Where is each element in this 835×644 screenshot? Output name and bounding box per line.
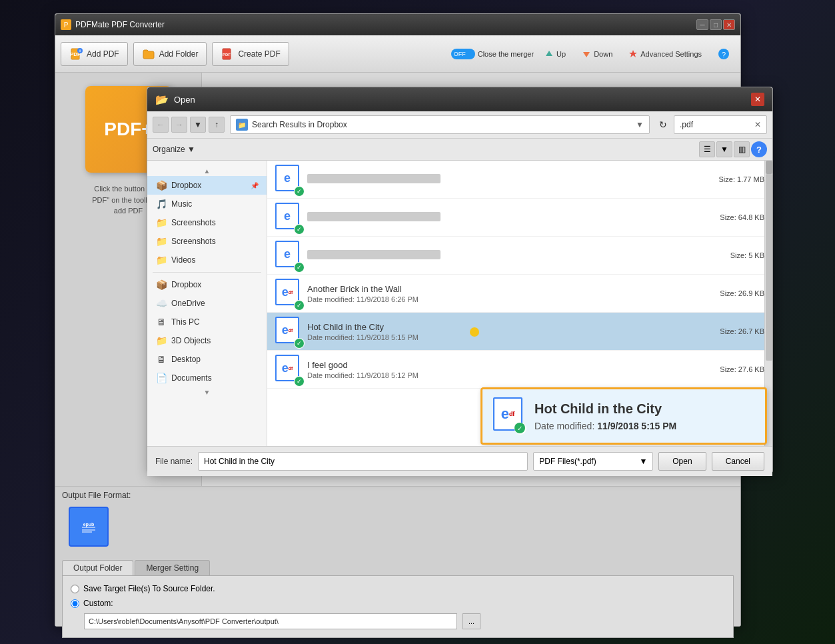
file-item-4[interactable]: edf ✓ Another Brick in the Wall Date mod…	[267, 275, 772, 313]
file-item-5[interactable]: edf ✓ Hot Child in the City Date modifie…	[267, 313, 772, 351]
sidebar-item-dropbox-quick[interactable]: 📦 Dropbox 📌	[147, 176, 267, 195]
tooltip-filename: Hot Child in the City	[534, 401, 754, 417]
close-merger-label: Close the merger	[478, 50, 534, 58]
sidebar-label-3dobjects: 3D Objects	[171, 336, 211, 345]
output-path-input[interactable]	[84, 613, 457, 629]
sidebar-item-documents[interactable]: 📄 Documents	[147, 369, 267, 387]
nav-up-button[interactable]: ↑	[209, 117, 225, 133]
this-pc-icon: 🖥	[155, 316, 167, 328]
format-epub[interactable]: epub	[69, 507, 109, 547]
save-to-source-label: Save Target File(s) To Source Folder.	[83, 584, 215, 593]
maximize-button[interactable]: □	[710, 19, 722, 30]
add-folder-button[interactable]: Add Folder	[133, 42, 207, 66]
nav-forward-button[interactable]: →	[171, 117, 187, 133]
tab-merger-setting[interactable]: Merger Setting	[135, 560, 210, 575]
sidebar-label-dropbox-quick: Dropbox	[171, 181, 201, 190]
organize-bar: Organize ▼ ☰ ▼ ▥ ?	[147, 139, 772, 161]
view-details-button[interactable]: ☰	[699, 141, 715, 157]
down-button[interactable]: Down	[576, 47, 618, 61]
up-button[interactable]: Up	[539, 47, 571, 61]
svg-text:+: +	[79, 49, 81, 53]
sidebar-label-documents: Documents	[171, 373, 212, 383]
create-pdf-button[interactable]: PDF Create PDF	[212, 42, 289, 66]
file-item-1[interactable]: e ✓ Size: 1.77 MB	[267, 161, 772, 199]
close-merger-toggle[interactable]: OFF Close the merger	[451, 49, 534, 59]
tooltip-date-value: 11/9/2018 5:15 PM	[597, 421, 676, 431]
path-bar[interactable]: 📁 Search Results in Dropbox ▼	[230, 115, 650, 134]
nav-dropdown-button[interactable]: ▼	[190, 117, 206, 133]
add-pdf-button[interactable]: PDF + Add PDF	[61, 42, 128, 66]
minimize-button[interactable]: ─	[696, 19, 708, 30]
dialog-title-bar: 📂 Open ✕	[147, 87, 772, 111]
file-type-label: PDF Files(*.pdf)	[539, 457, 596, 466]
dialog-help-button[interactable]: ?	[751, 141, 767, 157]
tabs-row: Output Folder Merger Setting	[55, 556, 740, 575]
file-date-5: Date modified: 11/9/2018 5:15 PM	[307, 333, 720, 341]
search-clear-button[interactable]: ✕	[754, 120, 761, 129]
view-btn-dropdown[interactable]: ▼	[716, 141, 732, 157]
cancel-button[interactable]: Cancel	[712, 452, 764, 471]
sidebar-item-onedrive[interactable]: ☁️ OneDrive	[147, 294, 267, 313]
svg-text:?: ?	[722, 51, 726, 59]
browse-button[interactable]: ...	[462, 613, 480, 629]
svg-text:epub: epub	[83, 522, 95, 527]
file-name-3	[307, 250, 440, 259]
scroll-down: ▼	[147, 387, 267, 397]
tab-output-folder[interactable]: Output Folder	[62, 560, 133, 575]
organize-button[interactable]: Organize ▼	[153, 145, 195, 154]
sidebar-item-music[interactable]: 🎵 Music	[147, 195, 267, 213]
close-button[interactable]: ✕	[723, 19, 735, 30]
tooltip-date-label: Date modified:	[534, 421, 594, 431]
custom-radio[interactable]	[71, 599, 79, 608]
add-folder-icon	[142, 47, 155, 61]
sidebar-item-videos[interactable]: 📁 Videos	[147, 251, 267, 269]
file-size-2: Size: 64.8 KB	[720, 213, 764, 221]
file-item-2[interactable]: e ✓ Size: 64.8 KB	[267, 199, 772, 237]
file-item-6[interactable]: edf ✓ I feel good Date modified: 11/9/20…	[267, 351, 772, 389]
file-item-3[interactable]: e ✓ Size: 5 KB	[267, 237, 772, 275]
sidebar-item-screenshots2[interactable]: 📁 Screenshots	[147, 232, 267, 251]
file-name-input[interactable]	[198, 452, 528, 471]
toggle-label: OFF	[454, 51, 466, 57]
sidebar-item-desktop[interactable]: 🖥 Desktop	[147, 350, 267, 369]
help-button[interactable]: ?	[712, 45, 735, 63]
sidebar-item-this-pc[interactable]: 🖥 This PC	[147, 313, 267, 331]
save-to-source-radio[interactable]	[71, 585, 79, 593]
dropbox-icon: 📦	[155, 279, 167, 291]
file-icon-2: e ✓	[275, 203, 302, 232]
file-type-chevron: ▼	[639, 457, 647, 466]
advanced-settings-button[interactable]: Advanced Settings	[623, 47, 707, 61]
sidebar-label-screenshots1: Screenshots	[171, 218, 216, 227]
sidebar-label-this-pc: This PC	[171, 317, 200, 327]
file-info-4: Another Brick in the Wall Date modified:…	[307, 284, 720, 303]
documents-icon: 📄	[155, 372, 167, 384]
open-button[interactable]: Open	[658, 452, 706, 471]
dialog-close-button[interactable]: ✕	[751, 93, 764, 106]
sidebar-label-videos: Videos	[171, 255, 195, 265]
file-name-1	[307, 174, 440, 183]
sidebar-item-3dobjects[interactable]: 📁 3D Objects	[147, 331, 267, 350]
music-icon: 🎵	[155, 198, 167, 210]
file-size-1: Size: 1.77 MB	[719, 175, 764, 183]
nav-back-button[interactable]: ←	[153, 117, 169, 133]
search-value: .pdf	[680, 120, 693, 129]
pin-icon: 📌	[251, 182, 259, 189]
file-name-5: Hot Child in the City	[307, 322, 720, 332]
organize-label: Organize ▼	[153, 145, 195, 154]
search-bar[interactable]: .pdf ✕	[674, 115, 767, 134]
open-dialog: 📂 Open ✕ ← → ▼ ↑ 📁 Search Results in Dro…	[147, 87, 773, 473]
desktop-icon: 🖥	[155, 353, 167, 365]
sidebar-item-dropbox[interactable]: 📦 Dropbox	[147, 275, 267, 294]
dialog-body: ▲ 📦 Dropbox 📌 🎵 Music 📁 Screenshots 📁 Sc…	[147, 161, 772, 446]
create-pdf-icon: PDF	[221, 47, 234, 61]
file-type-select[interactable]: PDF Files(*.pdf) ▼	[533, 452, 653, 471]
app-title: PDFMate PDF Converter	[75, 20, 696, 29]
file-info-6: I feel good Date modified: 11/9/2018 5:1…	[307, 360, 720, 379]
sidebar-label-dropbox: Dropbox	[171, 280, 201, 289]
file-name-4: Another Brick in the Wall	[307, 284, 720, 294]
refresh-button[interactable]: ↻	[655, 117, 671, 133]
custom-label: Custom:	[83, 599, 113, 608]
onedrive-icon: ☁️	[155, 297, 167, 309]
sidebar-item-screenshots1[interactable]: 📁 Screenshots	[147, 213, 267, 232]
view-panel-button[interactable]: ▥	[734, 141, 750, 157]
